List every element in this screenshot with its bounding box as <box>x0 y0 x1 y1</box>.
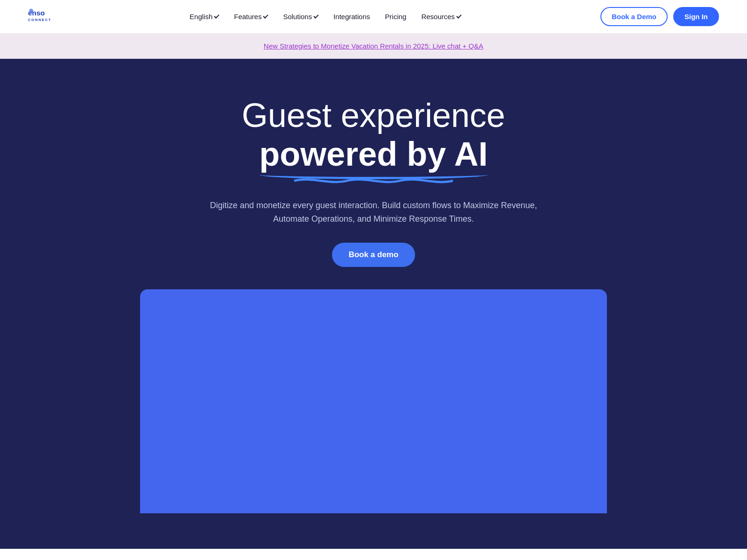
nav-item-resources[interactable]: Resources <box>416 9 467 24</box>
hero-heading-bold: powered by AI <box>259 135 487 174</box>
nav-link-integrations[interactable]: Integrations <box>328 9 375 24</box>
navbar: enso CONNECT English Features Solutions <box>0 0 747 34</box>
chevron-down-icon <box>263 13 268 18</box>
nav-link-solutions[interactable]: Solutions <box>277 9 324 24</box>
nav-item-pricing[interactable]: Pricing <box>380 9 412 24</box>
hero-subtext: Digitize and monetize every guest intera… <box>205 199 542 226</box>
hero-cta-button[interactable]: Book a demo <box>332 243 416 267</box>
svg-point-2 <box>29 8 34 13</box>
logo[interactable]: enso CONNECT <box>28 7 50 26</box>
nav-link-resources[interactable]: Resources <box>416 9 467 24</box>
nav-item-solutions[interactable]: Solutions <box>277 9 324 24</box>
nav-item-features[interactable]: Features <box>228 9 274 24</box>
chevron-down-icon <box>456 13 461 18</box>
hero-visual <box>140 289 607 513</box>
chevron-down-icon <box>313 13 318 18</box>
sign-in-button[interactable]: Sign In <box>673 7 719 26</box>
nav-item-integrations[interactable]: Integrations <box>328 9 375 24</box>
nav-actions: Book a Demo Sign In <box>600 7 719 26</box>
nav-links: English Features Solutions Integrations … <box>184 9 467 24</box>
nav-link-features[interactable]: Features <box>228 9 274 24</box>
announcement-bar: New Strategies to Monetize Vacation Rent… <box>0 34 747 59</box>
nav-link-pricing[interactable]: Pricing <box>380 9 412 24</box>
nav-link-english[interactable]: English <box>184 9 225 24</box>
announcement-link[interactable]: New Strategies to Monetize Vacation Rent… <box>264 42 483 50</box>
chevron-down-icon <box>214 13 219 18</box>
book-demo-button[interactable]: Book a Demo <box>600 7 668 26</box>
nav-item-english[interactable]: English <box>184 9 225 24</box>
hero-section: Guest experience powered by AI Digitize … <box>0 59 747 549</box>
logo-icon: enso CONNECT <box>28 7 50 26</box>
hero-cta: Book a demo <box>332 243 416 267</box>
svg-text:CONNECT: CONNECT <box>28 18 50 22</box>
hero-heading: Guest experience powered by AI <box>242 96 505 174</box>
